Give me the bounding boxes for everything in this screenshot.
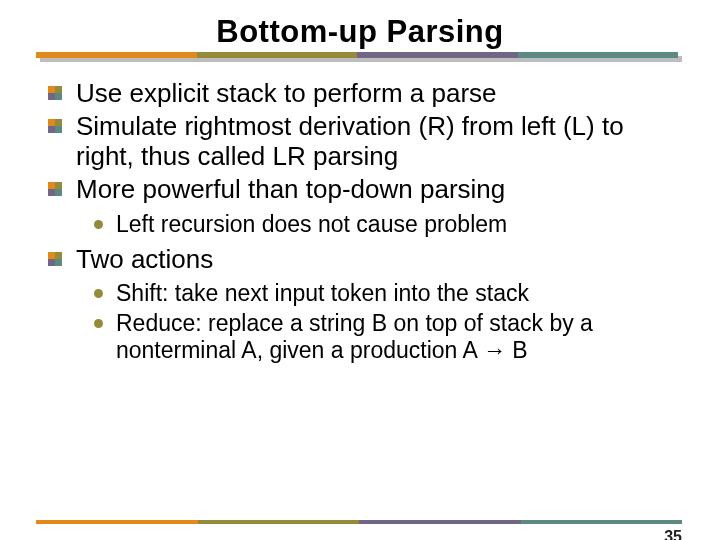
sub-bullet-text: Left recursion does not cause problem xyxy=(116,211,507,237)
bullet-item: More powerful than top-down parsing Left… xyxy=(48,174,684,238)
bullet-item: Use explicit stack to perform a parse xyxy=(48,78,684,109)
sub-bullet-item: Left recursion does not cause problem xyxy=(94,211,684,238)
title-divider xyxy=(36,52,682,68)
sub-bullet-text: B xyxy=(506,337,528,363)
sub-bullet-item: Reduce: replace a string B on top of sta… xyxy=(94,310,684,364)
slide-title: Bottom-up Parsing xyxy=(0,14,720,50)
bullet-item: Two actions Shift: take next input token… xyxy=(48,244,684,364)
sub-bullet-item: Shift: take next input token into the st… xyxy=(94,280,684,307)
bullet-text: More powerful than top-down parsing xyxy=(76,174,505,204)
bullet-text: Two actions xyxy=(76,244,213,274)
bullet-text: Simulate rightmost derivation (R) from l… xyxy=(76,111,624,172)
sub-bullet-text: Shift: take next input token into the st… xyxy=(116,280,529,306)
bullet-text: Use explicit stack to perform a parse xyxy=(76,78,497,108)
slide: Bottom-up Parsing Use explicit stack to … xyxy=(0,14,720,540)
page-number: 35 xyxy=(664,528,682,540)
arrow-icon: → xyxy=(483,337,506,363)
footer-divider xyxy=(36,520,682,524)
bullet-item: Simulate rightmost derivation (R) from l… xyxy=(48,111,684,172)
slide-body: Use explicit stack to perform a parse Si… xyxy=(0,78,720,364)
